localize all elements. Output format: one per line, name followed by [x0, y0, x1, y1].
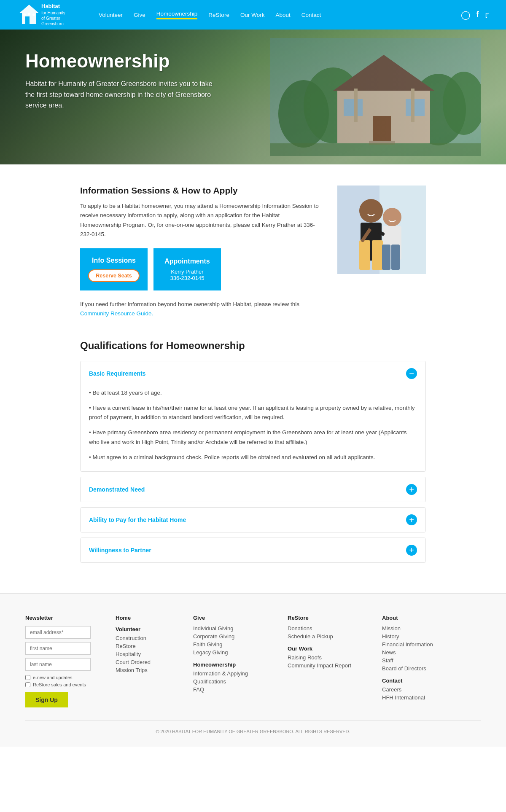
newsletter-title: Newsletter — [25, 615, 110, 621]
nav-volunteer[interactable]: Volunteer — [99, 12, 123, 18]
hero-title: Homeownership — [25, 51, 481, 72]
info-row: Information Sessions & How to Apply To a… — [80, 186, 426, 319]
checkbox-enews-label: e-new and updates — [33, 675, 73, 680]
footer-link-staff[interactable]: Staff — [382, 657, 466, 664]
nav-give[interactable]: Give — [134, 12, 145, 18]
footer-link-news[interactable]: News — [382, 649, 466, 656]
accordion-plus-icon-1: + — [406, 484, 417, 495]
footer-col-home: Home Volunteer Construction ReStore Hosp… — [116, 615, 187, 707]
nav-homeownership[interactable]: Homeownership — [156, 11, 198, 19]
signup-button[interactable]: Sign Up — [25, 692, 68, 707]
footer-home-title: Home — [116, 615, 187, 621]
reserve-seats-button[interactable]: Reserve Seats — [88, 269, 139, 282]
req-background: • Must agree to a criminal background ch… — [89, 453, 417, 462]
footer-link-raising-roofs[interactable]: Raising Roofs — [288, 654, 376, 661]
footer-link-court[interactable]: Court Ordered — [116, 659, 187, 665]
accordion-plus-icon-3: + — [406, 545, 417, 556]
twitter-icon[interactable]: 𝕣 — [485, 10, 489, 20]
svg-rect-28 — [391, 245, 400, 270]
accordion-willingness: Willingness to Partner + — [80, 538, 426, 563]
facebook-icon[interactable]: f — [476, 10, 479, 20]
footer-about-title: About — [382, 615, 466, 621]
svg-point-2 — [23, 13, 26, 16]
footer-link-community-impact[interactable]: Community Impact Report — [288, 662, 376, 669]
qualifications-section: Qualifications for Homeownership Basic R… — [63, 327, 443, 594]
req-residency: • Have primary Greensboro area residency… — [89, 428, 417, 447]
instagram-icon[interactable]: ◯ — [461, 10, 470, 20]
accordion-header-pay[interactable]: Ability to Pay for the Habitat Home + — [81, 508, 425, 532]
svg-point-4 — [32, 13, 35, 16]
footer-link-donations[interactable]: Donations — [288, 625, 376, 632]
svg-rect-23 — [359, 240, 370, 270]
logo-area: Habitat for Humanity of Greater Greensbo… — [17, 3, 83, 27]
info-photo-container — [337, 186, 426, 274]
footer-link-schedule[interactable]: Schedule a Pickup — [288, 633, 376, 640]
req-age: • Be at least 18 years of age. — [89, 388, 417, 398]
footer-link-mission[interactable]: Mission — [382, 625, 466, 632]
accordion-basic-requirements: Basic Requirements − • Be at least 18 ye… — [80, 361, 426, 472]
nav-contact[interactable]: Contact — [301, 12, 321, 18]
footer-volunteer-subtitle: Volunteer — [116, 626, 187, 632]
footer-link-careers[interactable]: Careers — [382, 686, 466, 693]
footer-link-history[interactable]: History — [382, 633, 466, 640]
copyright-text: © 2020 HABITAT FOR HUMANITY OF GREATER G… — [156, 729, 350, 734]
checkbox-enews-input[interactable] — [25, 675, 30, 680]
footer-link-qualifications[interactable]: Qualifications — [193, 678, 282, 685]
social-icons: ◯ f 𝕣 — [461, 10, 489, 20]
qualifications-title: Qualifications for Homeownership — [80, 340, 426, 352]
footer-link-individual[interactable]: Individual Giving — [193, 625, 282, 632]
community-resource-link[interactable]: Community Resource Guide. — [80, 310, 153, 317]
footer-link-board[interactable]: Board of Directors — [382, 665, 466, 672]
accordion-header-willingness[interactable]: Willingness to Partner + — [81, 538, 425, 562]
footer-link-info-applying[interactable]: Information & Applying — [193, 670, 282, 677]
info-sessions-label: Info Sessions — [92, 257, 136, 264]
newsletter-email-input[interactable] — [25, 626, 91, 639]
info-buttons-row: Info Sessions Reserve Seats Appointments… — [80, 248, 320, 290]
footer-link-construction[interactable]: Construction — [116, 635, 187, 641]
accordion-header-need[interactable]: Demonstrated Need + — [81, 477, 425, 502]
nav-ourwork[interactable]: Our Work — [240, 12, 265, 18]
accordion-title-pay: Ability to Pay for the Habitat Home — [89, 516, 186, 523]
newsletter-firstname-input[interactable] — [25, 642, 91, 655]
footer-grid: Newsletter e-new and updates ReStore sal… — [25, 615, 481, 707]
footer-bottom: © 2020 HABITAT FOR HUMANITY OF GREATER G… — [25, 720, 481, 734]
main-nav: Volunteer Give Homeownership ReStore Our… — [99, 11, 452, 19]
accordion-plus-icon-2: + — [406, 514, 417, 525]
footer-newsletter: Newsletter e-new and updates ReStore sal… — [25, 615, 110, 707]
footer-col-give: Give Individual Giving Corporate Giving … — [193, 615, 282, 707]
checkbox-enews: e-new and updates — [25, 675, 110, 680]
newsletter-lastname-input[interactable] — [25, 658, 91, 671]
hero-section: Homeownership Habitat for Humanity of Gr… — [0, 30, 506, 164]
accordion-header-basic[interactable]: Basic Requirements − — [81, 361, 425, 386]
footer-link-mission[interactable]: Mission Trips — [116, 667, 187, 673]
info-description: To apply to be a Habitat homeowner, you … — [80, 202, 320, 239]
nav-restore[interactable]: ReStore — [208, 12, 229, 18]
footer-link-corporate[interactable]: Corporate Giving — [193, 633, 282, 640]
footer-link-hospitality[interactable]: Hospitality — [116, 651, 187, 657]
footer-link-hfh-intl[interactable]: HFH International — [382, 694, 466, 701]
footer-homeownership-subtitle: Homeownership — [193, 661, 282, 668]
footer-col-about: About Mission History Financial Informat… — [382, 615, 466, 707]
appointments-name: Kerry Prather — [171, 269, 203, 275]
hero-content: Homeownership Habitat for Humanity of Gr… — [0, 30, 506, 128]
nav-about[interactable]: About — [275, 12, 290, 18]
svg-point-25 — [383, 208, 401, 226]
info-sessions-btn[interactable]: Info Sessions Reserve Seats — [80, 248, 148, 290]
svg-point-21 — [359, 199, 383, 223]
checkbox-restore-input[interactable] — [25, 682, 30, 687]
svg-rect-1 — [25, 16, 30, 24]
appointments-label: Appointments — [164, 258, 210, 265]
footer-link-financial[interactable]: Financial Information — [382, 641, 466, 648]
footer-restore-title: ReStore — [288, 615, 376, 621]
footer-ourwork-subtitle: Our Work — [288, 645, 376, 652]
footer-link-legacy[interactable]: Legacy Giving — [193, 649, 282, 656]
footer-link-faq[interactable]: FAQ — [193, 686, 282, 693]
checkbox-restore: ReStore sales and events — [25, 682, 110, 687]
hero-subtitle: Habitat for Humanity of Greater Greensbo… — [25, 78, 223, 111]
accordion-title-need: Demonstrated Need — [89, 486, 145, 493]
info-photo — [337, 186, 426, 274]
footer-link-faith[interactable]: Faith Giving — [193, 641, 282, 648]
footer-link-restore-vol[interactable]: ReStore — [116, 643, 187, 649]
req-lease: • Have a current lease in his/her/their … — [89, 403, 417, 422]
appointments-btn[interactable]: Appointments Kerry Prather 336-232-0145 — [153, 248, 221, 290]
